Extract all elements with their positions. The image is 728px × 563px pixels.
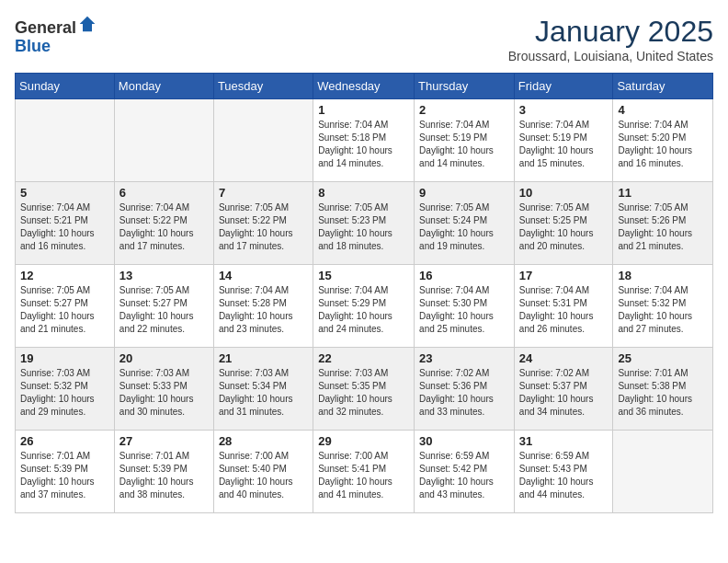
day-number: 1 [318,103,409,117]
cell-content: Sunrise: 7:02 AM Sunset: 5:37 PM Dayligh… [519,367,609,419]
calendar-cell: 10Sunrise: 7:05 AM Sunset: 5:25 PM Dayli… [514,182,613,265]
calendar-cell: 11Sunrise: 7:05 AM Sunset: 5:26 PM Dayli… [613,182,713,265]
day-number: 24 [519,351,609,365]
day-number: 29 [318,434,409,448]
header: General Blue January 2025 Broussard, Lou… [15,15,713,63]
calendar-cell: 24Sunrise: 7:02 AM Sunset: 5:37 PM Dayli… [514,348,613,431]
svg-marker-0 [80,17,96,32]
cell-content: Sunrise: 7:03 AM Sunset: 5:33 PM Dayligh… [119,367,209,419]
day-number: 21 [219,351,308,365]
day-number: 27 [119,434,209,448]
weekday-header-friday: Friday [514,74,613,99]
calendar-cell: 1Sunrise: 7:04 AM Sunset: 5:18 PM Daylig… [313,99,415,182]
calendar-cell: 19Sunrise: 7:03 AM Sunset: 5:32 PM Dayli… [16,348,115,431]
calendar-cell: 25Sunrise: 7:01 AM Sunset: 5:38 PM Dayli… [613,348,713,431]
weekday-header-thursday: Thursday [415,74,515,99]
day-number: 14 [219,269,308,282]
calendar-title: January 2025 [508,15,713,49]
calendar-table: SundayMondayTuesdayWednesdayThursdayFrid… [15,73,713,513]
calendar-week-row: 1Sunrise: 7:04 AM Sunset: 5:18 PM Daylig… [16,99,713,182]
cell-content: Sunrise: 7:00 AM Sunset: 5:41 PM Dayligh… [318,450,409,501]
weekday-header-saturday: Saturday [613,74,713,99]
cell-content: Sunrise: 7:01 AM Sunset: 5:38 PM Dayligh… [618,367,708,419]
day-number: 16 [419,269,509,282]
day-number: 23 [419,351,509,365]
cell-content: Sunrise: 7:05 AM Sunset: 5:22 PM Dayligh… [219,201,308,253]
calendar-cell: 16Sunrise: 7:04 AM Sunset: 5:30 PM Dayli… [415,265,515,348]
calendar-cell: 17Sunrise: 7:04 AM Sunset: 5:31 PM Dayli… [514,265,613,348]
logo-general-text: General [15,18,76,37]
calendar-cell: 18Sunrise: 7:04 AM Sunset: 5:32 PM Dayli… [613,265,713,348]
day-number: 12 [20,269,109,282]
calendar-cell: 6Sunrise: 7:04 AM Sunset: 5:22 PM Daylig… [114,182,213,265]
calendar-cell [613,431,713,513]
calendar-cell: 20Sunrise: 7:03 AM Sunset: 5:33 PM Dayli… [114,348,213,431]
logo-blue-text: Blue [15,37,51,55]
calendar-week-row: 12Sunrise: 7:05 AM Sunset: 5:27 PM Dayli… [16,265,713,348]
day-number: 25 [618,351,708,365]
calendar-cell: 28Sunrise: 7:00 AM Sunset: 5:40 PM Dayli… [213,431,313,513]
cell-content: Sunrise: 7:03 AM Sunset: 5:32 PM Dayligh… [20,367,109,419]
cell-content: Sunrise: 7:03 AM Sunset: 5:34 PM Dayligh… [219,367,308,419]
cell-content: Sunrise: 7:05 AM Sunset: 5:26 PM Dayligh… [618,201,708,253]
day-number: 6 [119,186,209,200]
calendar-cell: 13Sunrise: 7:05 AM Sunset: 5:27 PM Dayli… [114,265,213,348]
cell-content: Sunrise: 7:04 AM Sunset: 5:28 PM Dayligh… [219,284,308,336]
cell-content: Sunrise: 7:01 AM Sunset: 5:39 PM Dayligh… [119,450,209,501]
day-number: 7 [219,186,308,200]
calendar-cell: 3Sunrise: 7:04 AM Sunset: 5:19 PM Daylig… [514,99,613,182]
cell-content: Sunrise: 7:02 AM Sunset: 5:36 PM Dayligh… [419,367,509,419]
calendar-cell: 4Sunrise: 7:04 AM Sunset: 5:20 PM Daylig… [613,99,713,182]
weekday-header-row: SundayMondayTuesdayWednesdayThursdayFrid… [16,74,713,99]
day-number: 3 [519,103,609,117]
calendar-cell: 27Sunrise: 7:01 AM Sunset: 5:39 PM Dayli… [114,431,213,513]
logo: General Blue [15,15,97,56]
day-number: 11 [618,186,708,200]
cell-content: Sunrise: 6:59 AM Sunset: 5:42 PM Dayligh… [419,450,509,501]
cell-content: Sunrise: 6:59 AM Sunset: 5:43 PM Dayligh… [519,450,609,501]
weekday-header-wednesday: Wednesday [313,74,415,99]
cell-content: Sunrise: 7:04 AM Sunset: 5:31 PM Dayligh… [519,284,609,336]
day-number: 13 [119,269,209,282]
day-number: 22 [318,351,409,365]
cell-content: Sunrise: 7:05 AM Sunset: 5:23 PM Dayligh… [318,201,409,253]
cell-content: Sunrise: 7:04 AM Sunset: 5:22 PM Dayligh… [119,201,209,253]
day-number: 5 [20,186,109,200]
cell-content: Sunrise: 7:00 AM Sunset: 5:40 PM Dayligh… [219,450,308,501]
day-number: 31 [519,434,609,448]
day-number: 20 [119,351,209,365]
day-number: 8 [318,186,409,200]
day-number: 30 [419,434,509,448]
calendar-cell: 2Sunrise: 7:04 AM Sunset: 5:19 PM Daylig… [415,99,515,182]
cell-content: Sunrise: 7:03 AM Sunset: 5:35 PM Dayligh… [318,367,409,419]
day-number: 4 [618,103,708,117]
day-number: 10 [519,186,609,200]
day-number: 28 [219,434,308,448]
calendar-cell: 22Sunrise: 7:03 AM Sunset: 5:35 PM Dayli… [313,348,415,431]
calendar-cell: 23Sunrise: 7:02 AM Sunset: 5:36 PM Dayli… [415,348,515,431]
calendar-cell [213,99,313,182]
calendar-cell: 9Sunrise: 7:05 AM Sunset: 5:24 PM Daylig… [415,182,515,265]
calendar-week-row: 5Sunrise: 7:04 AM Sunset: 5:21 PM Daylig… [16,182,713,265]
title-area: January 2025 Broussard, Louisiana, Unite… [508,15,713,63]
day-number: 9 [419,186,509,200]
cell-content: Sunrise: 7:04 AM Sunset: 5:20 PM Dayligh… [618,119,708,170]
cell-content: Sunrise: 7:04 AM Sunset: 5:32 PM Dayligh… [618,284,708,336]
day-number: 26 [20,434,109,448]
calendar-cell: 15Sunrise: 7:04 AM Sunset: 5:29 PM Dayli… [313,265,415,348]
calendar-cell: 12Sunrise: 7:05 AM Sunset: 5:27 PM Dayli… [16,265,115,348]
cell-content: Sunrise: 7:04 AM Sunset: 5:18 PM Dayligh… [318,119,409,170]
day-number: 15 [318,269,409,282]
calendar-cell: 29Sunrise: 7:00 AM Sunset: 5:41 PM Dayli… [313,431,415,513]
cell-content: Sunrise: 7:05 AM Sunset: 5:27 PM Dayligh… [20,284,109,336]
calendar-cell: 7Sunrise: 7:05 AM Sunset: 5:22 PM Daylig… [213,182,313,265]
calendar-cell: 8Sunrise: 7:05 AM Sunset: 5:23 PM Daylig… [313,182,415,265]
weekday-header-tuesday: Tuesday [213,74,313,99]
calendar-cell: 21Sunrise: 7:03 AM Sunset: 5:34 PM Dayli… [213,348,313,431]
cell-content: Sunrise: 7:01 AM Sunset: 5:39 PM Dayligh… [20,450,109,501]
weekday-header-monday: Monday [114,74,213,99]
calendar-cell: 31Sunrise: 6:59 AM Sunset: 5:43 PM Dayli… [514,431,613,513]
calendar-week-row: 19Sunrise: 7:03 AM Sunset: 5:32 PM Dayli… [16,348,713,431]
calendar-cell [114,99,213,182]
day-number: 18 [618,269,708,282]
